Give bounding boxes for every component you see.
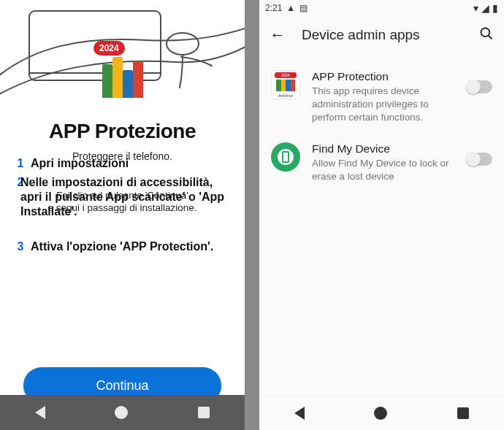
list-item-app-protection[interactable]: 2024 AntiVirus APP Protection This app r… xyxy=(259,61,504,134)
app-title: APP Protezione xyxy=(0,120,245,143)
back-nav-icon[interactable] xyxy=(294,407,305,420)
screen-divider xyxy=(245,0,259,430)
admin-apps-list: 2024 AntiVirus APP Protection This app r… xyxy=(259,54,504,199)
back-arrow-icon[interactable]: ← xyxy=(270,26,291,45)
recents-nav-icon[interactable] xyxy=(457,407,469,419)
toggle-find-my-device[interactable] xyxy=(467,153,492,166)
app-protection-icon: 2024 AntiVirus xyxy=(271,70,300,99)
list-item-find-my-device[interactable]: Find My Device Allow Find My Device to l… xyxy=(259,134,504,192)
wifi-icon: ▾ xyxy=(473,2,478,14)
step-number: 1 xyxy=(10,156,31,171)
recents-nav-icon[interactable] xyxy=(198,407,210,418)
status-time: 2:21 xyxy=(265,3,282,13)
svg-point-2 xyxy=(481,28,490,37)
navigation-bar xyxy=(0,395,245,430)
home-nav-icon[interactable] xyxy=(374,407,387,420)
battery-icon: ▮ xyxy=(492,2,498,14)
list-item-title: Find My Device xyxy=(312,142,456,156)
home-nav-icon[interactable] xyxy=(115,406,128,419)
step-number: 3 xyxy=(10,239,31,254)
find-my-device-icon xyxy=(271,142,300,172)
list-item-title: APP Protection xyxy=(312,70,456,83)
search-icon[interactable] xyxy=(479,26,494,45)
step-1: 1 Apri impostazioni xyxy=(10,156,234,171)
screen-app-protezione: 2024 APP Protezione Proteggere il telefo… xyxy=(0,0,245,430)
list-item-description: Allow Find My Device to lock or erase a … xyxy=(312,157,456,183)
status-bar: 2:21 ▲ ▤ ▾ ◢ ▮ xyxy=(259,0,504,16)
back-nav-icon[interactable] xyxy=(35,406,45,419)
step-text: Apri impostazioni xyxy=(31,156,129,171)
app-protection-logo-icon xyxy=(102,57,143,98)
overlay-text-b: e segui i passaggi di installazione. xyxy=(0,202,245,213)
app-bar: ← Device admin apps xyxy=(259,16,504,54)
toggle-app-protection[interactable] xyxy=(467,80,492,93)
screen-device-admin: 2:21 ▲ ▤ ▾ ◢ ▮ ← Device admin apps 2024 … xyxy=(259,0,504,430)
overlay-text-a: Fai clic sul pulsante 'Continua' xyxy=(0,190,245,201)
step-text: Attiva l'opzione 'APP Protection'. xyxy=(31,239,213,254)
warning-icon: ▲ xyxy=(286,3,295,13)
navigation-bar xyxy=(259,395,504,430)
year-badge: 2024 xyxy=(93,41,125,55)
step-3: 3 Attiva l'opzione 'APP Protection'. xyxy=(10,239,234,254)
list-item-description: This app requires device administration … xyxy=(312,85,456,125)
app-bar-title: Device admin apps xyxy=(302,27,479,43)
notification-icon: ▤ xyxy=(299,3,308,13)
signal-icon: ◢ xyxy=(481,2,489,14)
